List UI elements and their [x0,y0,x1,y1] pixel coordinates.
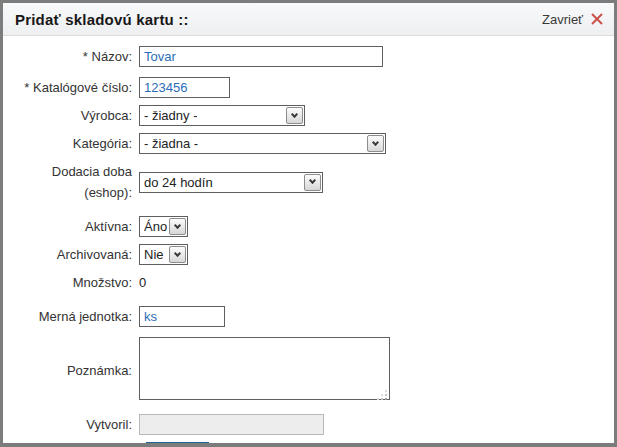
vytvoril-input [139,414,324,435]
archivovana-selected-value: Nie [144,247,164,262]
close-button[interactable]: Zavrieť [542,12,604,27]
dialog-header: Pridať skladovú kartu :: Zavrieť [3,3,614,36]
form-row-dodacia-doba: Dodacia doba (eshop): do 24 hodín [3,161,614,203]
dropdown-arrow-icon[interactable] [286,107,303,124]
kategoria-label: Kategória: [3,133,139,154]
form-actions: Pridať [146,442,614,447]
form-row-katalogove-cislo: * Katalógové číslo: [3,77,614,98]
resize-grip-icon[interactable] [385,398,387,400]
nazov-label: * Názov: [3,46,139,67]
form-row-vyrobca: Výrobca: - žiadny - [3,105,614,126]
vyrobca-label: Výrobca: [3,105,139,126]
form-row-kategoria: Kategória: - žiadna - [3,133,614,154]
form-row-poznamka: Poznámka: [3,337,614,404]
dodacia-doba-select[interactable]: do 24 hodín [139,172,323,193]
merna-jednotka-label: Merná jednotka: [3,306,139,327]
form-row-mnozstvo: Množstvo: 0 [3,272,614,293]
stock-card-form: * Názov: * Katalógové číslo: Výrobca: - … [3,36,614,447]
katalogove-cislo-label: * Katalógové číslo: [3,77,139,98]
poznamka-label: Poznámka: [3,360,139,381]
dialog-title: Pridať skladovú kartu :: [15,11,189,28]
vyrobca-select[interactable]: - žiadny - [139,105,305,126]
dropdown-arrow-icon[interactable] [169,218,186,235]
form-row-archivovana: Archivovaná: Nie [3,244,614,265]
kategoria-selected-value: - žiadna - [144,136,198,151]
aktivna-selected-value: Áno [144,219,167,234]
form-row-nazov: * Názov: [3,46,614,67]
aktivna-select[interactable]: Áno [139,216,188,237]
kategoria-select[interactable]: - žiadna - [139,133,386,154]
poznamka-textarea[interactable] [139,337,390,400]
close-icon[interactable] [590,12,604,26]
archivovana-select[interactable]: Nie [139,244,188,265]
dropdown-arrow-icon[interactable] [367,135,384,152]
add-stock-card-dialog: Pridať skladovú kartu :: Zavrieť * Názov… [0,0,617,447]
close-button-label: Zavrieť [542,12,583,27]
dodacia-doba-label: Dodacia doba (eshop): [3,161,139,203]
dropdown-arrow-icon[interactable] [304,174,321,191]
archivovana-label: Archivovaná: [3,244,139,265]
aktivna-label: Aktívna: [3,216,139,237]
katalogove-cislo-input[interactable] [139,77,230,98]
dropdown-arrow-icon[interactable] [169,246,186,263]
form-row-merna-jednotka: Merná jednotka: [3,306,614,327]
mnozstvo-label: Množstvo: [3,272,139,293]
vyrobca-selected-value: - žiadny - [144,108,197,123]
vytvoril-label: Vytvoril: [3,414,139,435]
nazov-input[interactable] [139,46,383,67]
pridat-submit-button[interactable]: Pridať [146,442,209,447]
dodacia-doba-selected-value: do 24 hodín [144,175,213,190]
merna-jednotka-input[interactable] [139,306,225,327]
form-row-vytvoril: Vytvoril: [3,414,614,435]
mnozstvo-value: 0 [139,272,146,293]
form-row-aktivna: Aktívna: Áno [3,216,614,237]
